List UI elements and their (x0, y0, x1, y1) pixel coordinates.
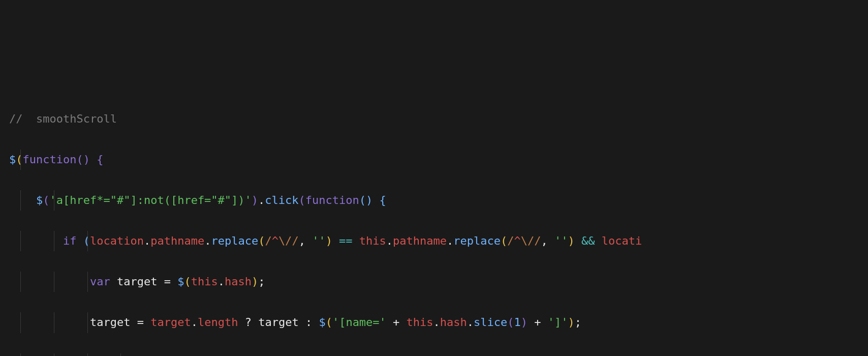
code-line: if (target.length) { (9, 353, 859, 356)
code-line: $('a[href*="#"]:not([href="#"])').click(… (9, 190, 859, 211)
code-line: if (location.pathname.replace(/^\//, '')… (9, 231, 859, 251)
code-line: $(function() { (9, 150, 859, 170)
code-line: var target = $(this.hash); (9, 272, 859, 292)
code-editor[interactable]: // smoothScroll $(function() { $('a[href… (9, 88, 859, 356)
code-line: // smoothScroll (9, 109, 859, 129)
code-line: target = target.length ? target : $('[na… (9, 312, 859, 333)
comment: // smoothScroll (9, 112, 117, 125)
